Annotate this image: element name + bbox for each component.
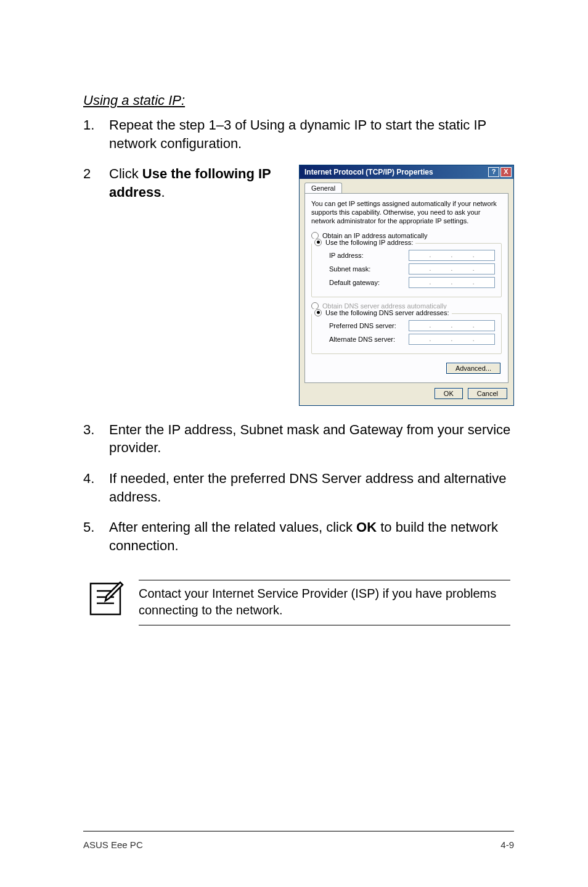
ok-button[interactable]: OK bbox=[435, 388, 463, 399]
step-4: 4. If needed, enter the preferred DNS Se… bbox=[83, 469, 514, 506]
step-5-num: 5. bbox=[83, 518, 109, 555]
preferred-dns-label: Preferred DNS server: bbox=[329, 322, 396, 329]
note-icon bbox=[87, 580, 124, 618]
step-3: 3. Enter the IP address, Subnet mask and… bbox=[83, 421, 514, 457]
note-bottom-rule bbox=[139, 625, 510, 625]
radio-use-following-ip-label: Use the following IP address: bbox=[325, 239, 413, 246]
step-2-text: Click Use the following IP address. bbox=[109, 165, 299, 201]
radio-use-following-dns[interactable]: Use the following DNS server addresses: bbox=[312, 309, 452, 316]
close-button[interactable]: X bbox=[500, 167, 512, 177]
step-5-bold: OK bbox=[356, 519, 377, 535]
subnet-mask-input[interactable]: ... bbox=[409, 263, 495, 274]
alternate-dns-label: Alternate DNS server: bbox=[329, 336, 395, 343]
step-5-prefix: After entering all the related values, c… bbox=[109, 519, 356, 535]
step-3-text: Enter the IP address, Subnet mask and Ga… bbox=[109, 421, 514, 457]
footer-left: ASUS Eee PC bbox=[83, 840, 143, 850]
static-dns-group: Use the following DNS server addresses: … bbox=[311, 313, 502, 354]
step-1-num: 1. bbox=[83, 116, 109, 152]
static-ip-group: Use the following IP address: IP address… bbox=[311, 243, 502, 297]
step-1-text: Repeat the step 1–3 of Using a dynamic I… bbox=[109, 116, 514, 152]
footer-right: 4-9 bbox=[500, 840, 514, 850]
tab-general[interactable]: General bbox=[304, 183, 342, 193]
dialog-description: You can get IP settings assigned automat… bbox=[311, 200, 502, 225]
radio-use-following-dns-label: Use the following DNS server addresses: bbox=[325, 309, 449, 316]
step-2: 2 Click Use the following IP address. bbox=[83, 165, 299, 201]
step-2-suffix: . bbox=[161, 184, 165, 200]
ip-address-label: IP address: bbox=[329, 252, 363, 259]
step-2-prefix: Click bbox=[109, 166, 142, 181]
step-2-num: 2 bbox=[83, 165, 109, 201]
ip-address-input[interactable]: ... bbox=[409, 250, 495, 261]
step-4-text: If needed, enter the preferred DNS Serve… bbox=[109, 469, 514, 506]
dialog-titlebar: Internet Protocol (TCP/IP) Properties ? … bbox=[300, 165, 513, 179]
tab-panel: You can get IP settings assigned automat… bbox=[304, 193, 508, 382]
footer-rule bbox=[83, 831, 514, 831]
step-4-num: 4. bbox=[83, 469, 109, 506]
dialog-title-text: Internet Protocol (TCP/IP) Properties bbox=[304, 168, 433, 176]
alternate-dns-input[interactable]: ... bbox=[409, 334, 495, 345]
step-5-text: After entering all the related values, c… bbox=[109, 518, 514, 555]
radio-use-following-ip[interactable]: Use the following IP address: bbox=[312, 239, 415, 246]
step-5: 5. After entering all the related values… bbox=[83, 518, 514, 555]
step-3-num: 3. bbox=[83, 421, 109, 457]
radio-icon-checked bbox=[314, 309, 322, 316]
advanced-button[interactable]: Advanced... bbox=[446, 363, 500, 374]
cancel-button[interactable]: Cancel bbox=[468, 388, 507, 399]
page-footer: ASUS Eee PC 4-9 bbox=[0, 840, 588, 850]
subnet-mask-label: Subnet mask: bbox=[329, 265, 370, 273]
section-title: Using a static IP: bbox=[83, 93, 514, 109]
default-gateway-label: Default gateway: bbox=[329, 279, 380, 286]
preferred-dns-input[interactable]: ... bbox=[409, 320, 495, 331]
note-text: Contact your Internet Service Provider (… bbox=[139, 580, 510, 625]
default-gateway-input[interactable]: ... bbox=[409, 277, 495, 288]
note-block: Contact your Internet Service Provider (… bbox=[83, 580, 514, 625]
radio-icon-checked bbox=[314, 239, 322, 246]
step-1: 1. Repeat the step 1–3 of Using a dynami… bbox=[83, 116, 514, 152]
tcpip-properties-dialog: Internet Protocol (TCP/IP) Properties ? … bbox=[299, 165, 514, 405]
help-button[interactable]: ? bbox=[488, 167, 499, 177]
